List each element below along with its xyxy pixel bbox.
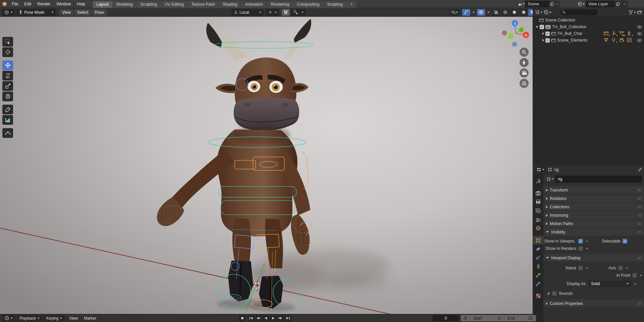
outliner-editor-type-button[interactable]: [535, 10, 543, 14]
start-frame-field[interactable]: Start 0: [470, 315, 504, 321]
menu-help[interactable]: Help: [74, 0, 88, 8]
menu-file[interactable]: File: [9, 0, 21, 8]
show-in-renders-checkbox[interactable]: [578, 246, 583, 251]
tab-physics[interactable]: [533, 245, 543, 253]
pin-icon[interactable]: [638, 167, 642, 172]
disclosure-triangle[interactable]: [536, 26, 538, 28]
shading-solid-button[interactable]: [510, 9, 518, 16]
view-layer-delete-icon[interactable]: ✕: [621, 1, 628, 7]
tab-scene[interactable]: [533, 215, 543, 224]
disclosure-triangle[interactable]: [546, 231, 549, 233]
tool-move[interactable]: [2, 60, 13, 70]
outliner-row-th-bull-char[interactable]: ✓ TH_Bull_Char 2 4 +99 3: [533, 30, 644, 37]
panel-visibility[interactable]: Visibility: [543, 228, 644, 236]
disclosure-triangle[interactable]: [546, 302, 548, 305]
view-layer-name[interactable]: View Layer: [586, 1, 614, 7]
snap-toggle[interactable]: [282, 9, 290, 16]
panel-drag-dots[interactable]: [637, 189, 642, 192]
scene-browse-button[interactable]: [518, 1, 525, 7]
jump-to-end-button[interactable]: [284, 315, 291, 321]
pose-menu[interactable]: Pose: [92, 9, 106, 16]
outliner-search-input[interactable]: [560, 9, 598, 15]
panel-relations[interactable]: Relations: [543, 195, 644, 203]
camera-view-button[interactable]: [520, 68, 529, 77]
next-keyframe-button[interactable]: [277, 315, 284, 321]
tab-compositing[interactable]: Compositing: [293, 1, 323, 8]
tool-rotate[interactable]: [2, 71, 13, 80]
name-checkbox[interactable]: [578, 266, 583, 270]
gizmos-dropdown[interactable]: [471, 9, 476, 16]
outliner-row-scene-elements[interactable]: ✓ Scene_Elements 2: [533, 37, 644, 44]
end-frame-field[interactable]: End 21: [504, 315, 536, 321]
keying-menu[interactable]: Keying: [44, 315, 65, 321]
gizmo-negative-y[interactable]: [508, 34, 514, 39]
tool-select-box[interactable]: [2, 37, 13, 47]
play-reverse-button[interactable]: [262, 315, 269, 321]
view-menu[interactable]: View: [59, 9, 73, 16]
tool-transform[interactable]: [2, 92, 13, 101]
toggle-orthographic-button[interactable]: [520, 79, 529, 88]
axis-checkbox[interactable]: [618, 266, 623, 270]
current-frame-field[interactable]: 0: [433, 315, 459, 321]
tab-shading[interactable]: Shading: [219, 1, 241, 8]
object-name-field[interactable]: rig: [545, 175, 642, 183]
panel-custom-properties[interactable]: Custom Properties: [543, 300, 644, 308]
timeline-view-menu[interactable]: View: [66, 316, 81, 321]
jump-to-start-button[interactable]: [248, 315, 254, 321]
tab-render[interactable]: [533, 189, 543, 198]
disclosure-triangle[interactable]: [542, 39, 544, 42]
view-layer-browse-button[interactable]: [577, 1, 586, 7]
animate-dot[interactable]: [586, 240, 588, 242]
tab-view-layer[interactable]: [533, 206, 543, 215]
tab-layout[interactable]: Layout: [93, 1, 112, 8]
tab-texture[interactable]: [533, 291, 543, 300]
disclosure-triangle[interactable]: [546, 197, 548, 200]
panel-drag-dots[interactable]: [637, 214, 642, 217]
panel-transform[interactable]: Transform: [543, 186, 644, 194]
display-as-dropdown[interactable]: Solid: [588, 280, 631, 287]
panel-viewport-display[interactable]: Viewport Display: [543, 254, 644, 262]
animate-dot[interactable]: [586, 267, 588, 269]
previous-keyframe-button[interactable]: [255, 315, 262, 321]
sidebar-collapse-arrow[interactable]: ‹: [529, 19, 530, 24]
panel-drag-dots[interactable]: [637, 206, 642, 208]
overlays-toggle[interactable]: [477, 9, 485, 16]
gizmos-toggle[interactable]: [462, 9, 470, 16]
tool-scale[interactable]: [2, 81, 13, 91]
outliner-display-mode-button[interactable]: [544, 10, 551, 14]
animate-dot[interactable]: [586, 248, 588, 249]
tab-bone-constraints[interactable]: [533, 279, 543, 288]
bounds-subpanel[interactable]: Bounds: [548, 290, 573, 297]
tab-scripting[interactable]: Scripting: [323, 1, 346, 8]
bounds-checkbox[interactable]: [552, 291, 557, 296]
tab-sculpting[interactable]: Sculpting: [137, 1, 161, 8]
collection-checkbox[interactable]: ✓: [545, 32, 550, 36]
blender-logo-icon[interactable]: [0, 1, 9, 7]
tool-annotate[interactable]: [2, 105, 13, 114]
tab-tool[interactable]: [533, 177, 543, 185]
view-layer-new-copy-icon[interactable]: [614, 1, 621, 7]
transform-orientation-selector[interactable]: Local: [231, 9, 264, 16]
panel-drag-dots[interactable]: [637, 302, 642, 305]
playback-menu[interactable]: Playback: [17, 315, 42, 321]
use-preview-range-button[interactable]: [461, 315, 470, 321]
overlays-dropdown[interactable]: [486, 9, 491, 16]
in-front-checkbox[interactable]: [632, 273, 637, 278]
collection-checkbox[interactable]: ✓: [540, 25, 544, 29]
disclosure-triangle[interactable]: [548, 292, 550, 295]
tool-pose-breakdowner[interactable]: [2, 128, 13, 138]
tab-uv-editing[interactable]: UV Editing: [161, 1, 187, 8]
tab-texture-paint[interactable]: Texture Paint: [188, 1, 219, 8]
animate-dot[interactable]: [635, 283, 636, 284]
tab-bone[interactable]: [533, 271, 543, 279]
disclosure-triangle[interactable]: [542, 32, 544, 35]
navigation-gizmo[interactable]: Z Y X: [502, 19, 533, 50]
hide-eye-icon[interactable]: [637, 32, 642, 36]
outliner-filter-button[interactable]: [629, 10, 636, 14]
timeline-editor-type-button[interactable]: [2, 315, 15, 321]
menu-window[interactable]: Window: [53, 0, 74, 8]
disclosure-triangle[interactable]: [546, 222, 548, 225]
tab-object-data-armature[interactable]: [533, 262, 543, 271]
gizmo-negative-x[interactable]: [502, 31, 507, 36]
tool-measure[interactable]: [2, 115, 13, 125]
